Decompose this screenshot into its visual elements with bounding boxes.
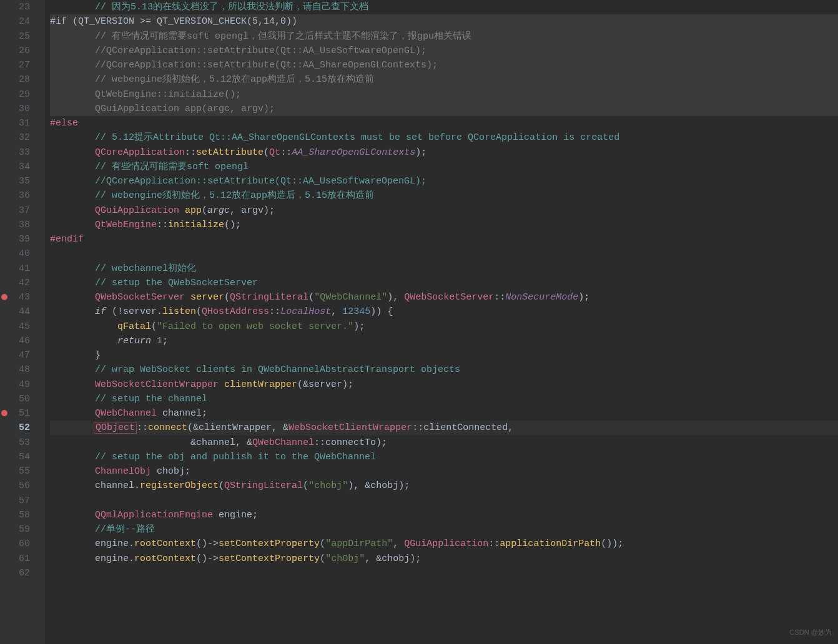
line-number[interactable]: 28	[0, 72, 30, 87]
code-line[interactable]: QWebSocketServer server(QStringLiteral("…	[50, 290, 838, 305]
line-number[interactable]: 24	[0, 14, 30, 29]
line-number[interactable]: 57	[0, 494, 30, 508]
line-number[interactable]: 30	[0, 102, 30, 116]
line-number[interactable]: 41	[0, 261, 30, 276]
code-line[interactable]: QQmlApplicationEngine engine;	[50, 508, 838, 522]
line-number[interactable]: 27	[0, 58, 30, 72]
code-line[interactable]: // 因为5.13的在线文档没了，所以我没法判断，请自己查下文档	[50, 0, 838, 14]
code-line[interactable]	[50, 246, 838, 261]
code-line[interactable]: WebSocketClientWrapper clientWrapper(&se…	[50, 378, 838, 392]
line-number[interactable]: 45	[0, 320, 30, 334]
line-number[interactable]: 60	[0, 537, 30, 551]
code-line[interactable]: engine.rootContext()->setContextProperty…	[50, 537, 838, 551]
code-line[interactable]: // setup the obj and publish it to the Q…	[50, 450, 838, 464]
line-number[interactable]: 42	[0, 276, 30, 290]
code-line[interactable]	[50, 566, 838, 580]
code-line[interactable]: QtWebEngine::initialize();	[50, 218, 838, 232]
code-line[interactable]: // webengine须初始化，5.12放在app构造后，5.15放在构造前	[50, 72, 838, 87]
code-line[interactable]: QGuiApplication app(argc, argv);	[50, 102, 838, 116]
line-number[interactable]: 62	[0, 566, 30, 580]
fold-icon[interactable]: ▾	[21, 305, 25, 319]
line-number[interactable]: 31	[0, 116, 30, 130]
line-number[interactable]: 44▾	[0, 305, 30, 319]
line-number[interactable]: 49	[0, 378, 30, 392]
code-line[interactable]: ChannelObj chobj;	[50, 464, 838, 479]
line-number[interactable]: 50	[0, 392, 30, 406]
line-number[interactable]: 53	[0, 436, 30, 450]
line-number[interactable]: 33	[0, 145, 30, 160]
line-gutter[interactable]: 2324252627282930313233343536373839404142…	[0, 0, 45, 644]
line-number[interactable]: 59	[0, 522, 30, 537]
line-number[interactable]: 38	[0, 218, 30, 232]
line-number[interactable]: 26	[0, 44, 30, 58]
line-number[interactable]: 58	[0, 508, 30, 522]
watermark: CSDN @妙为	[790, 627, 832, 638]
code-line[interactable]: return 1;	[50, 334, 838, 348]
line-number[interactable]: 39	[0, 232, 30, 246]
code-line[interactable]: //单例--路径	[50, 522, 838, 537]
code-line[interactable]: // setup the channel	[50, 392, 838, 406]
code-line[interactable]: qFatal("Failed to open web socket server…	[50, 320, 838, 334]
line-number[interactable]: 48	[0, 363, 30, 377]
code-line[interactable]: QtWebEngine::initialize();	[50, 87, 838, 102]
code-editor[interactable]: 2324252627282930313233343536373839404142…	[0, 0, 838, 644]
code-line[interactable]: //QCoreApplication::setAttribute(Qt::AA_…	[50, 44, 838, 58]
line-number[interactable]: 46	[0, 334, 30, 348]
code-line[interactable]: #if (QT_VERSION >= QT_VERSION_CHECK(5,14…	[50, 14, 838, 29]
line-number[interactable]: 55	[0, 464, 30, 479]
code-line[interactable]: QObject::connect(&clientWrapper, &WebSoc…	[50, 421, 838, 435]
line-number[interactable]: 25	[0, 29, 30, 44]
line-number[interactable]: 54	[0, 450, 30, 464]
code-line[interactable]: engine.rootContext()->setContextProperty…	[50, 552, 838, 566]
line-number[interactable]: 37	[0, 203, 30, 218]
line-number[interactable]: 51	[0, 406, 30, 421]
line-number[interactable]: 32	[0, 130, 30, 145]
code-line[interactable]: // 有些情况可能需要soft opengl，但我用了之后样式主题不能渲染了，报…	[50, 29, 838, 44]
code-area[interactable]: // 因为5.13的在线文档没了，所以我没法判断，请自己查下文档#if (QT_…	[45, 0, 838, 644]
line-number[interactable]: 35	[0, 174, 30, 188]
line-number[interactable]: 23	[0, 0, 30, 14]
code-line[interactable]: if (!server.listen(QHostAddress::LocalHo…	[50, 305, 838, 319]
line-number[interactable]: 29	[0, 87, 30, 102]
line-number[interactable]: 47	[0, 348, 30, 363]
code-line[interactable]: #endif	[50, 232, 838, 246]
code-line[interactable]: &channel, &QWebChannel::connectTo);	[50, 436, 838, 450]
line-number[interactable]: 43	[0, 290, 30, 305]
line-number[interactable]: 52	[0, 421, 30, 435]
code-line[interactable]	[50, 494, 838, 508]
code-line[interactable]: // webchannel初始化	[50, 261, 838, 276]
breakpoint-icon[interactable]	[1, 410, 7, 416]
code-line[interactable]: // webengine须初始化，5.12放在app构造后，5.15放在构造前	[50, 188, 838, 203]
code-line[interactable]: QGuiApplication app(argc, argv);	[50, 203, 838, 218]
breakpoint-icon[interactable]	[1, 294, 7, 300]
code-line[interactable]: // setup the QWebSocketServer	[50, 276, 838, 290]
code-line[interactable]: channel.registerObject(QStringLiteral("c…	[50, 479, 838, 493]
line-number[interactable]: 56	[0, 479, 30, 493]
code-line[interactable]: //QCoreApplication::setAttribute(Qt::AA_…	[50, 174, 838, 188]
code-line[interactable]: }	[50, 348, 838, 363]
code-line[interactable]: QWebChannel channel;	[50, 406, 838, 421]
code-line[interactable]: //QCoreApplication::setAttribute(Qt::AA_…	[50, 58, 838, 72]
line-number[interactable]: 34	[0, 160, 30, 174]
code-line[interactable]: // 有些情况可能需要soft opengl	[50, 160, 838, 174]
code-line[interactable]: // 5.12提示Attribute Qt::AA_ShareOpenGLCon…	[50, 130, 838, 145]
line-number[interactable]: 36	[0, 188, 30, 203]
line-number[interactable]: 40	[0, 246, 30, 261]
code-line[interactable]: // wrap WebSocket clients in QWebChannel…	[50, 363, 838, 377]
code-line[interactable]: QCoreApplication::setAttribute(Qt::AA_Sh…	[50, 145, 838, 160]
code-line[interactable]: #else	[50, 116, 838, 130]
line-number[interactable]: 61	[0, 552, 30, 566]
